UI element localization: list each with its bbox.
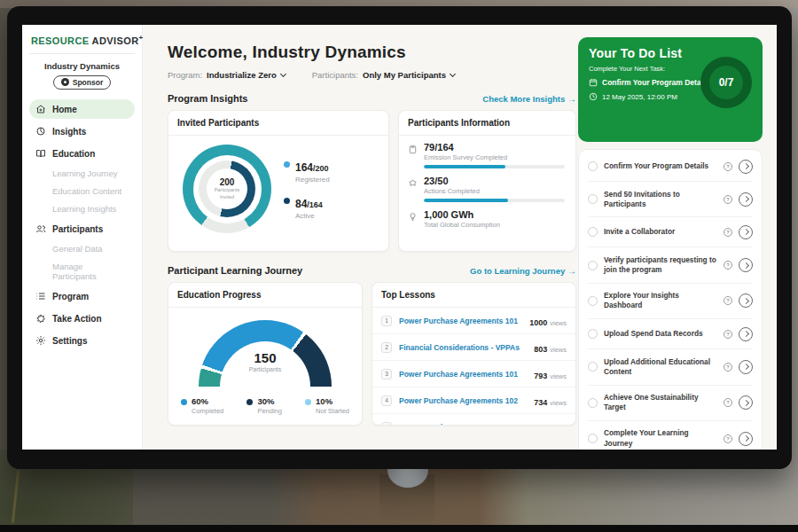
sidebar-item-take-action[interactable]: Take Action — [29, 309, 135, 328]
rank-badge: 2 — [381, 342, 392, 353]
lesson-link[interactable]: Power Purchase Agreements 101 — [399, 317, 522, 325]
program-dropdown[interactable]: Program: Industrialize Zero — [168, 70, 286, 80]
sidebar-item-education[interactable]: Education — [29, 144, 135, 163]
stat-label: Emission Survey Completed — [424, 153, 565, 161]
education-legend: 60% Completed 30% Pending — [168, 387, 362, 415]
sidebar-item-label: Participants — [52, 224, 103, 234]
task-row: Send 50 Invitations to Participants ? — [588, 182, 753, 217]
help-icon[interactable]: ? — [724, 330, 732, 339]
stat-label: Actions Completed — [424, 187, 565, 195]
task-row: Upload Spend Data Records ? — [588, 319, 753, 349]
lesson-link[interactable]: Financial Considerations - VPPAs — [399, 343, 527, 352]
task-checkbox[interactable] — [588, 296, 598, 306]
lesson-row: 2 Financial Considerations - VPPAs 803vi… — [372, 334, 575, 361]
task-checkbox[interactable] — [588, 434, 598, 443]
rank-badge: 4 — [381, 395, 392, 406]
sponsor-badge: Sponsor — [53, 75, 111, 90]
registered-dot — [284, 161, 290, 168]
participants-dropdown[interactable]: Participants: Only My Participants — [312, 70, 455, 80]
sidebar-item-home[interactable]: Home — [29, 99, 135, 119]
task-label: Explore Your Insights Dashboard — [604, 291, 717, 310]
gauge-center-label: Participants — [199, 366, 332, 372]
help-icon[interactable]: ? — [724, 195, 732, 204]
task-row: Confirm Your Program Details ? — [588, 152, 753, 182]
task-checkbox[interactable] — [588, 161, 598, 171]
task-go-button[interactable] — [739, 225, 753, 239]
sidebar-item-insights[interactable]: Insights — [29, 121, 135, 141]
sidebar-item-learning-insights[interactable]: Learning Insights — [29, 200, 135, 218]
sidebar-item-settings[interactable]: Settings — [29, 331, 135, 350]
todo-counter: 0/7 — [719, 76, 734, 89]
sidebar-item-education-content[interactable]: Education Content — [29, 183, 135, 200]
help-icon[interactable]: ? — [724, 434, 732, 443]
help-icon[interactable]: ? — [724, 296, 732, 305]
monitor-bezel: RESOURCE ADVISOR+ Industry Dynamics Spon… — [7, 6, 792, 469]
divider — [29, 53, 135, 54]
invited-chart-body: 200 Participants Invited 164/200 Registe — [168, 136, 388, 233]
task-go-button[interactable] — [739, 160, 753, 174]
rank-badge: 1 — [381, 316, 392, 326]
not-started-pct: 10% — [316, 396, 349, 406]
lesson-link[interactable]: Power Purchase Agreements 103 — [399, 423, 527, 426]
task-go-button[interactable] — [739, 258, 753, 272]
sidebar-item-participants[interactable]: Participants — [29, 219, 135, 239]
program-value: Industrialize Zero — [207, 70, 277, 80]
help-icon[interactable]: ? — [724, 363, 732, 372]
next-task-datetime: 12 May 2025, 12:00 PM — [602, 93, 677, 101]
sidebar-item-program[interactable]: Program — [29, 286, 135, 306]
sidebar-item-learning-journey[interactable]: Learning Journey — [29, 165, 135, 183]
sidebar-item-general-data[interactable]: General Data — [29, 240, 135, 258]
task-go-button[interactable] — [739, 395, 753, 410]
completed-dot — [181, 399, 187, 405]
task-go-button[interactable] — [739, 432, 753, 446]
help-icon[interactable]: ? — [724, 398, 732, 407]
task-go-button[interactable] — [739, 360, 753, 374]
task-checkbox[interactable] — [588, 362, 598, 372]
lesson-row: 3 Power Purchase Agreements 101 793views — [372, 361, 575, 387]
bulb-icon — [408, 212, 418, 222]
sidebar-item-manage-participants[interactable]: Manage Participants — [29, 258, 135, 286]
go-to-learning-journey-link[interactable]: Go to Learning Journey — [470, 266, 576, 276]
education-progress-card: Education Progress 150 Participants 60% — [168, 282, 363, 426]
completed-label: Completed — [192, 407, 223, 415]
card-title: Education Progress — [168, 283, 362, 308]
next-task-label: Confirm Your Program Details — [602, 78, 709, 87]
task-row: Explore Your Insights Dashboard ? — [588, 284, 753, 319]
help-icon[interactable]: ? — [724, 261, 732, 270]
task-row: Upload Additional Educational Content ? — [588, 349, 753, 385]
task-label: Confirm Your Program Details — [604, 161, 717, 171]
task-checkbox[interactable] — [588, 194, 598, 204]
completed-pct: 60% — [192, 396, 223, 406]
insights-cards-row: Invited Participants 200 Participants In… — [168, 110, 576, 252]
lesson-link[interactable]: Power Purchase Agreements 102 — [399, 396, 527, 405]
actions-progress-bar — [424, 199, 565, 202]
emission-progress-bar — [424, 165, 565, 168]
task-go-button[interactable] — [739, 327, 753, 341]
task-go-button[interactable] — [739, 192, 753, 207]
consumption-stat: 1,000 GWh Total Global Consumption — [408, 209, 565, 229]
views-suffix: views — [550, 399, 567, 407]
task-checkbox[interactable] — [588, 227, 598, 237]
sidebar-item-label: Program — [52, 292, 89, 301]
not-started-label: Not Started — [316, 407, 349, 415]
task-checkbox[interactable] — [588, 398, 598, 408]
legend-registered: 164/200 Registered — [284, 159, 330, 184]
help-icon[interactable]: ? — [724, 162, 732, 171]
task-label: Achieve One Sustainability Target — [604, 393, 717, 412]
task-row: Verify participants requesting to join t… — [588, 247, 753, 283]
card-title: Participants Information — [399, 111, 575, 136]
gauge-center-value: 150 — [199, 350, 332, 365]
task-checkbox[interactable] — [588, 329, 598, 339]
help-icon[interactable]: ? — [724, 228, 732, 237]
section-title: Participant Learning Journey — [168, 265, 302, 276]
lesson-link[interactable]: Power Purchase Agreements 101 — [399, 370, 527, 379]
task-checkbox[interactable] — [588, 261, 598, 270]
task-label: Upload Spend Data Records — [604, 329, 717, 339]
education-icon — [35, 148, 46, 159]
views-suffix: views — [550, 346, 567, 354]
logo-advisor: ADVISOR — [92, 35, 139, 46]
task-go-button[interactable] — [739, 293, 753, 308]
check-more-insights-link[interactable]: Check More Insights — [482, 94, 576, 104]
legend-active: 84/164 Active — [284, 195, 330, 220]
active-denominator: /164 — [307, 200, 323, 209]
